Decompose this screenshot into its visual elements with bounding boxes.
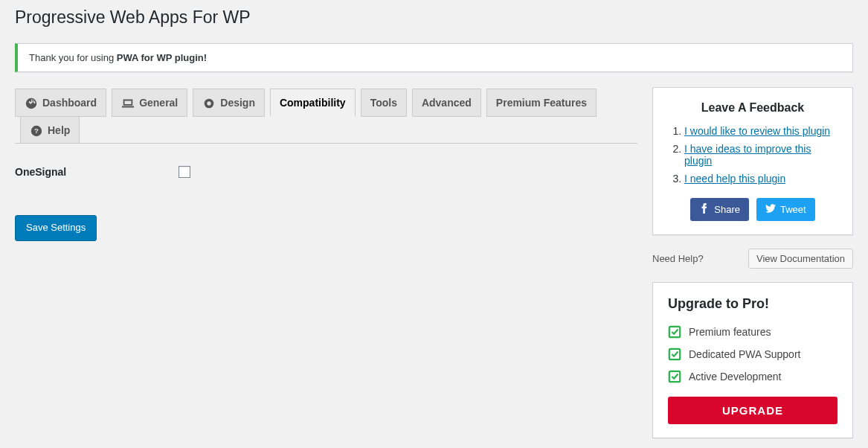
tab-compatibility[interactable]: Compatibility xyxy=(270,89,356,117)
tab-premium-features[interactable]: Premium Features xyxy=(486,89,597,117)
check-icon xyxy=(668,325,681,339)
facebook-share-button[interactable]: Share xyxy=(690,198,749,221)
pro-features-list: Premium features Dedicated PWA Support A… xyxy=(668,325,838,383)
list-item: I need help this plugin xyxy=(684,173,838,185)
tab-label: Advanced xyxy=(422,95,472,112)
tab-advanced[interactable]: Advanced xyxy=(412,89,481,117)
tab-dashboard[interactable]: Dashboard xyxy=(15,89,106,117)
dashboard-icon xyxy=(25,97,38,110)
feedback-link-ideas[interactable]: I have ideas to improve this plugin xyxy=(684,143,811,167)
tab-design[interactable]: Design xyxy=(193,89,265,117)
save-button[interactable]: Save Settings xyxy=(15,215,97,241)
feedback-list: I would like to review this plugin I hav… xyxy=(668,125,838,185)
tab-tools[interactable]: Tools xyxy=(361,89,407,117)
twitter-icon xyxy=(765,203,776,216)
nav-tabs: Dashboard General Design Compatibility T… xyxy=(15,87,637,144)
help-icon: ? xyxy=(30,124,43,138)
feedback-box: Leave A Feedback I would like to review … xyxy=(652,87,853,235)
help-label: Need Help? xyxy=(652,253,704,264)
onesignal-checkbox[interactable] xyxy=(179,166,190,178)
feature-label: Premium features xyxy=(689,326,771,338)
laptop-icon xyxy=(121,97,135,110)
tab-label: General xyxy=(139,95,178,112)
list-item: Premium features xyxy=(668,325,838,339)
feedback-link-review[interactable]: I would like to review this plugin xyxy=(684,125,830,137)
feature-label: Dedicated PWA Support xyxy=(689,348,800,360)
tab-label: Tools xyxy=(370,95,397,112)
help-row: Need Help? View Documentation xyxy=(652,249,853,269)
tab-help[interactable]: ? Help xyxy=(20,116,80,144)
list-item: I would like to review this plugin xyxy=(684,125,838,137)
tweet-label: Tweet xyxy=(780,204,806,215)
upgrade-title: Upgrade to Pro! xyxy=(668,296,838,312)
tab-label: Help xyxy=(48,122,70,140)
form-row-onesignal: OneSignal xyxy=(15,159,637,185)
tab-general[interactable]: General xyxy=(112,89,187,117)
share-label: Share xyxy=(714,204,740,215)
tab-label: Dashboard xyxy=(42,95,97,112)
view-documentation-button[interactable]: View Documentation xyxy=(748,249,853,269)
svg-text:?: ? xyxy=(34,127,39,135)
notice-text: Thank you for using xyxy=(29,52,117,63)
upgrade-box: Upgrade to Pro! Premium features Dedicat… xyxy=(652,282,853,438)
list-item: Active Development xyxy=(668,370,838,383)
tab-label: Compatibility xyxy=(280,95,346,112)
list-item: I have ideas to improve this plugin xyxy=(684,143,838,167)
tab-label: Design xyxy=(220,95,255,112)
notice-success: Thank you for using PWA for WP plugin! xyxy=(15,43,853,72)
tab-label: Premium Features xyxy=(496,95,587,112)
design-icon xyxy=(202,97,216,110)
notice-bold: PWA for WP plugin! xyxy=(117,52,207,63)
facebook-icon xyxy=(699,203,710,216)
feedback-link-help[interactable]: I need help this plugin xyxy=(684,173,785,185)
check-icon xyxy=(668,348,681,361)
feature-label: Active Development xyxy=(689,371,782,383)
svg-point-1 xyxy=(208,101,211,105)
check-icon xyxy=(668,370,681,383)
list-item: Dedicated PWA Support xyxy=(668,348,838,361)
twitter-tweet-button[interactable]: Tweet xyxy=(756,198,815,221)
page-title: Progressive Web Apps For WP xyxy=(15,0,853,32)
upgrade-button[interactable]: UPGRADE xyxy=(668,397,838,424)
onesignal-label: OneSignal xyxy=(15,166,179,178)
feedback-title: Leave A Feedback xyxy=(668,101,838,115)
